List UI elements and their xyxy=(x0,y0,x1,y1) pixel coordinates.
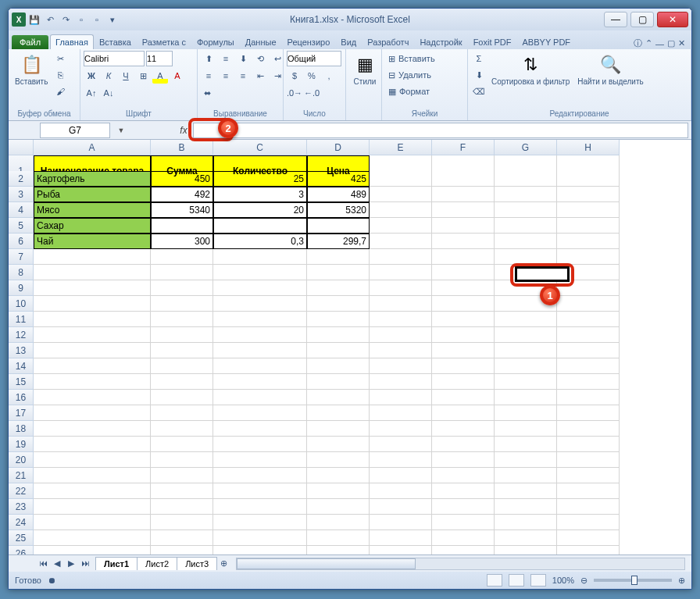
cell[interactable] xyxy=(213,515,307,530)
cell[interactable] xyxy=(307,265,370,280)
name-box[interactable]: G7 xyxy=(40,123,110,138)
page-break-view-button[interactable] xyxy=(530,574,546,587)
cell[interactable] xyxy=(557,452,620,468)
paste-button[interactable]: 📋 Вставить xyxy=(12,51,51,87)
bold-button[interactable]: Ж xyxy=(84,68,99,84)
ribbon-tab-рецензиро[interactable]: Рецензиро xyxy=(282,34,336,49)
fill-icon[interactable]: ⬇ xyxy=(471,67,487,83)
cell[interactable] xyxy=(432,468,495,483)
cell[interactable] xyxy=(432,234,495,249)
column-header[interactable]: B xyxy=(151,140,213,155)
cell[interactable] xyxy=(495,202,557,218)
align-top-icon[interactable]: ⬆ xyxy=(201,51,216,66)
close-button[interactable]: ✕ xyxy=(657,12,688,27)
cell[interactable] xyxy=(34,358,151,374)
cell[interactable] xyxy=(432,187,495,202)
cell[interactable] xyxy=(307,296,370,312)
cell[interactable] xyxy=(495,327,557,343)
cell[interactable] xyxy=(307,530,370,546)
cell[interactable] xyxy=(213,390,307,405)
cut-icon[interactable]: ✂ xyxy=(52,51,68,66)
cell[interactable] xyxy=(307,249,370,265)
cell[interactable] xyxy=(307,437,370,452)
cell[interactable] xyxy=(213,327,307,343)
cell[interactable] xyxy=(495,546,557,554)
cell[interactable] xyxy=(151,265,213,280)
last-sheet-icon[interactable]: ⏭ xyxy=(79,558,91,569)
cell[interactable] xyxy=(432,530,495,546)
cell[interactable] xyxy=(370,343,432,358)
cell[interactable] xyxy=(151,343,213,358)
qat-dropdown-icon[interactable]: ▾ xyxy=(105,12,120,27)
normal-view-button[interactable] xyxy=(487,574,502,587)
cell[interactable] xyxy=(213,280,307,296)
cell[interactable] xyxy=(495,218,557,234)
comma-icon[interactable]: , xyxy=(321,68,337,84)
cell[interactable] xyxy=(213,421,307,437)
cell[interactable] xyxy=(213,296,307,312)
zoom-in-button[interactable]: ⊕ xyxy=(678,576,685,586)
sum-cell[interactable]: 300 xyxy=(151,234,213,249)
zoom-out-button[interactable]: ⊖ xyxy=(580,576,588,586)
cell[interactable] xyxy=(557,483,620,499)
font-size-select[interactable] xyxy=(146,51,173,66)
product-name-cell[interactable]: Чай xyxy=(34,234,151,249)
cell[interactable] xyxy=(432,546,495,554)
cell[interactable] xyxy=(34,530,151,546)
cell[interactable] xyxy=(557,343,620,358)
cell[interactable] xyxy=(495,249,557,265)
cell[interactable] xyxy=(34,468,151,483)
price-cell[interactable]: 425 xyxy=(307,171,370,187)
cell[interactable] xyxy=(557,187,620,202)
row-header[interactable]: 9 xyxy=(9,280,34,296)
cell[interactable] xyxy=(432,499,495,515)
cell[interactable] xyxy=(432,202,495,218)
cell[interactable] xyxy=(213,530,307,546)
cell[interactable] xyxy=(213,358,307,374)
cell[interactable] xyxy=(151,374,213,390)
cell[interactable] xyxy=(151,530,213,546)
cell[interactable] xyxy=(370,202,432,218)
cell[interactable] xyxy=(213,468,307,483)
percent-icon[interactable]: % xyxy=(304,68,320,84)
cell[interactable] xyxy=(213,374,307,390)
minimize-button[interactable]: — xyxy=(604,12,627,27)
ribbon-minimize-icon[interactable]: ⌃ xyxy=(645,38,652,48)
align-center-icon[interactable]: ≡ xyxy=(218,68,234,84)
sheet-tab[interactable]: Лист1 xyxy=(95,557,138,570)
cell[interactable] xyxy=(34,515,151,530)
wrap-text-icon[interactable]: ↩ xyxy=(270,51,285,66)
row-header[interactable]: 4 xyxy=(9,202,34,218)
cell[interactable] xyxy=(370,296,432,312)
cell[interactable] xyxy=(495,171,557,187)
cell[interactable] xyxy=(432,515,495,530)
row-header[interactable]: 26 xyxy=(9,546,34,554)
ribbon-tab-формулы[interactable]: Формулы xyxy=(191,34,240,49)
row-header[interactable]: 11 xyxy=(9,312,34,327)
qty-cell[interactable] xyxy=(213,218,307,234)
cell[interactable] xyxy=(213,452,307,468)
cell[interactable] xyxy=(370,530,432,546)
cell[interactable] xyxy=(370,468,432,483)
fill-color-button[interactable]: A xyxy=(152,68,168,84)
cell[interactable] xyxy=(34,405,151,421)
zoom-level[interactable]: 100% xyxy=(552,576,574,585)
clear-icon[interactable]: ⌫ xyxy=(471,84,487,99)
cell[interactable] xyxy=(432,171,495,187)
cell[interactable] xyxy=(495,437,557,452)
cell[interactable] xyxy=(432,358,495,374)
cell[interactable] xyxy=(34,374,151,390)
increase-decimal-icon[interactable]: .0→ xyxy=(287,85,302,101)
cell[interactable] xyxy=(557,327,620,343)
row-header[interactable]: 12 xyxy=(9,327,34,343)
cell[interactable] xyxy=(370,327,432,343)
cell[interactable] xyxy=(307,452,370,468)
doc-restore-icon[interactable]: ▢ xyxy=(667,38,675,48)
row-header[interactable]: 6 xyxy=(9,234,34,249)
cell[interactable] xyxy=(151,249,213,265)
ribbon-tab-надстройк[interactable]: Надстройк xyxy=(414,34,467,49)
cell[interactable] xyxy=(151,515,213,530)
cell[interactable] xyxy=(370,218,432,234)
qty-cell[interactable]: 20 xyxy=(213,202,307,218)
cell[interactable] xyxy=(34,421,151,437)
